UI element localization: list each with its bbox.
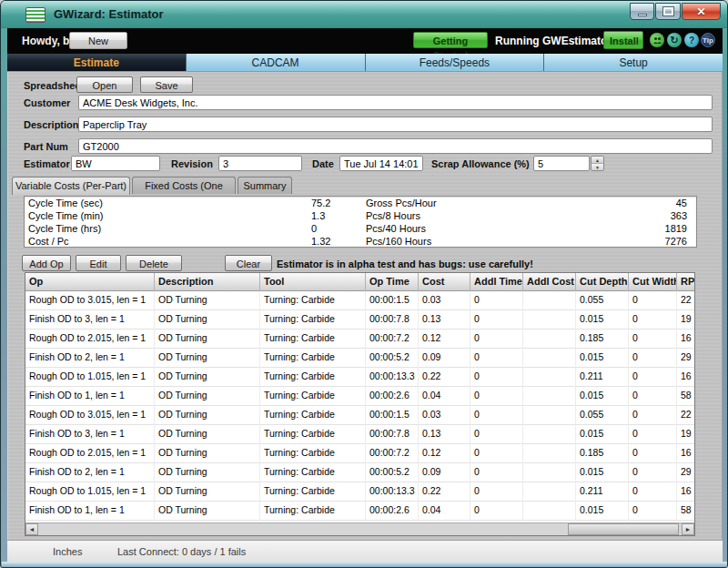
close-button[interactable]: ✕ <box>682 3 721 20</box>
ops-table-body: Rough OD to 3.015, len = 1OD TurningTurn… <box>25 291 694 521</box>
table-cell: 0.015 <box>576 425 629 444</box>
column-header-op[interactable]: Op <box>25 273 155 291</box>
scrap-allowance-input[interactable] <box>533 156 590 171</box>
table-row[interactable]: Rough OD to 1.015, len = 1OD TurningTurn… <box>25 482 694 502</box>
table-cell: 0.055 <box>576 291 629 310</box>
table-cell: 0.12 <box>419 330 470 349</box>
clear-all-button[interactable]: Clear All <box>225 255 272 271</box>
table-cell: 0.015 <box>576 349 629 368</box>
table-cell: Rough OD to 2.015, len = 1 <box>25 330 155 349</box>
delete-op-button[interactable]: Delete Op <box>126 255 182 271</box>
table-cell: 0.185 <box>576 444 629 463</box>
table-row[interactable]: Finish OD to 1, len = 1OD TurningTurning… <box>25 387 694 406</box>
table-cell: 0 <box>470 482 523 502</box>
date-input[interactable] <box>339 156 423 171</box>
table-cell <box>523 330 576 349</box>
table-row[interactable]: Finish OD to 2, len = 1OD TurningTurning… <box>25 349 694 368</box>
summary-row: Cycle Time (min) 1.3 Pcs/8 Hours 363 <box>25 210 696 222</box>
add-op-button[interactable]: Add Op <box>22 255 71 271</box>
table-cell: Finish OD to 2, len = 1 <box>25 463 155 482</box>
table-cell <box>523 387 576 406</box>
tip-icon[interactable]: Tip <box>701 33 715 47</box>
column-header-addl-time[interactable]: Addl Time <box>470 273 523 291</box>
revision-input[interactable] <box>218 156 302 171</box>
getting-started-button[interactable]: Getting Started <box>413 32 488 48</box>
community-icon[interactable] <box>650 33 664 47</box>
table-cell: Turning: Carbide <box>260 482 366 502</box>
summary-label: Cycle Time (sec) <box>28 198 103 208</box>
scroll-right-icon[interactable]: ► <box>682 523 694 535</box>
table-cell: 0.13 <box>419 310 470 330</box>
table-cell: OD Turning <box>155 482 260 502</box>
table-row[interactable]: Rough OD to 2.015, len = 1OD TurningTurn… <box>25 444 694 463</box>
edit-op-button[interactable]: Edit Op <box>76 255 121 271</box>
horizontal-scrollbar[interactable]: ◄ ► <box>25 522 694 535</box>
column-header-op-time[interactable]: Op Time <box>366 273 419 291</box>
column-header-tool[interactable]: Tool <box>260 273 366 291</box>
table-row[interactable]: Finish OD to 1, len = 1OD TurningTurning… <box>25 502 694 521</box>
spreadsheet-save-button[interactable]: Save <box>140 76 193 93</box>
spreadsheet-open-button[interactable]: Open <box>76 76 133 93</box>
tab-feeds-speeds[interactable]: Feeds/Speeds <box>366 54 545 71</box>
table-row[interactable]: Finish OD to 3, len = 1OD TurningTurning… <box>25 425 694 444</box>
table-cell: Turning: Carbide <box>260 425 366 444</box>
description-input[interactable] <box>78 117 713 132</box>
tab-variable-costs[interactable]: Variable Costs (Per-Part) <box>12 177 130 195</box>
tab-fixed-costs[interactable]: Fixed Costs (One Time) <box>132 177 236 194</box>
refresh-icon[interactable]: ↻ <box>667 33 682 47</box>
table-cell: 0.22 <box>419 482 470 502</box>
main-tab-bar: Estimate CADCAM Feeds/Speeds Setup <box>7 54 723 71</box>
table-cell: 0.03 <box>419 291 470 310</box>
summary-value: 75.2 <box>311 198 330 208</box>
column-header-description[interactable]: Description <box>155 273 260 291</box>
table-cell: 22 <box>677 406 695 425</box>
column-header-addl-cost[interactable]: Addl Cost <box>523 273 576 291</box>
table-cell: OD Turning <box>155 444 260 463</box>
window-bottom-border <box>2 562 728 568</box>
spinner-up-icon[interactable]: ▲ <box>592 157 603 164</box>
column-header-rpm[interactable]: RPM <box>677 273 695 291</box>
minimize-button[interactable] <box>630 3 654 20</box>
table-row[interactable]: Rough OD to 3.015, len = 1OD TurningTurn… <box>25 291 694 310</box>
table-cell: 00:00:5.2 <box>366 463 419 482</box>
table-row[interactable]: Finish OD to 3, len = 1OD TurningTurning… <box>25 310 694 330</box>
maximize-icon <box>663 7 673 15</box>
table-cell: Turning: Carbide <box>260 368 366 387</box>
table-row[interactable]: Rough OD to 1.015, len = 1OD TurningTurn… <box>25 368 694 387</box>
status-bar: Inches Last Connect: 0 days / 1 fails <box>7 540 723 562</box>
column-header-cut-depth[interactable]: Cut Depth <box>576 273 629 291</box>
tab-setup[interactable]: Setup <box>544 54 723 71</box>
table-cell <box>523 406 576 425</box>
table-cell: 0 <box>470 291 523 310</box>
table-cell: 0.211 <box>576 482 629 502</box>
tab-cadcam[interactable]: CADCAM <box>187 54 366 71</box>
scroll-left-icon[interactable]: ◄ <box>25 523 38 535</box>
maximize-button[interactable] <box>655 3 681 20</box>
table-cell: Rough OD to 2.015, len = 1 <box>25 444 155 463</box>
new-login-button[interactable]: New Login <box>69 32 127 49</box>
table-cell <box>523 368 576 387</box>
column-header-cut-width[interactable]: Cut Width <box>629 273 677 291</box>
table-cell: 00:00:13.3 <box>366 368 419 387</box>
customer-input[interactable] <box>78 95 713 110</box>
table-row[interactable]: Rough OD to 2.015, len = 1OD TurningTurn… <box>25 330 694 349</box>
tab-summary[interactable]: Summary <box>238 177 292 194</box>
table-cell: Turning: Carbide <box>260 387 366 406</box>
scrollbar-thumb[interactable] <box>568 523 679 535</box>
table-cell: 58 <box>677 502 695 521</box>
app-window: GWizard: Estimator ✕ Howdy, bob! New Log… <box>0 0 728 568</box>
column-header-cost[interactable]: Cost <box>419 273 470 291</box>
estimator-input[interactable] <box>71 156 160 171</box>
tab-estimate[interactable]: Estimate <box>7 54 187 71</box>
spinner-down-icon[interactable]: ▼ <box>592 164 603 171</box>
table-row[interactable]: Finish OD to 2, len = 1OD TurningTurning… <box>25 463 694 482</box>
summary-row: Cycle Time (sec) 75.2 Gross Pcs/Hour 45 <box>25 198 696 209</box>
table-row[interactable]: Rough OD to 3.015, len = 1OD TurningTurn… <box>25 406 694 425</box>
table-cell: OD Turning <box>155 349 260 368</box>
table-cell: 0 <box>470 463 523 482</box>
part-num-input[interactable] <box>78 138 713 154</box>
help-icon[interactable]: ? <box>684 33 699 47</box>
summary-label: Pcs/8 Hours <box>366 210 420 221</box>
table-cell: 16 <box>677 368 695 387</box>
install-button[interactable]: Install <box>603 31 643 49</box>
